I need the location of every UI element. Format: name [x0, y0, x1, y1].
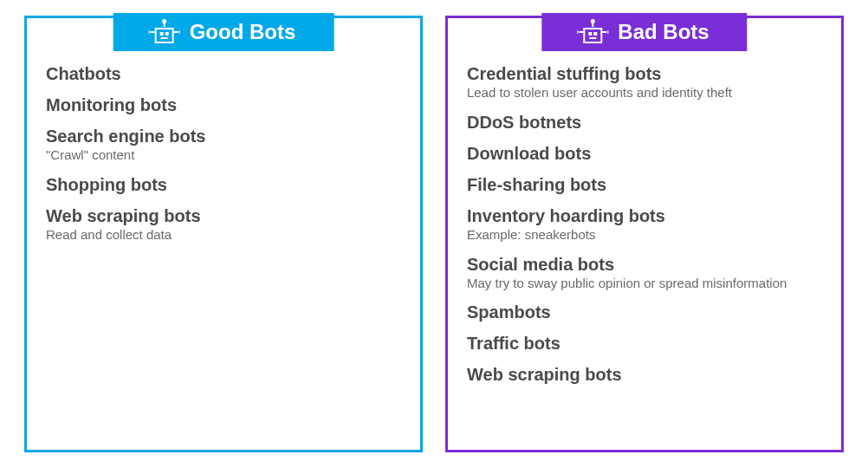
item-title: Search engine bots	[46, 126, 401, 146]
list-item: Web scraping bots	[467, 364, 822, 385]
list-item: Inventory hoarding bots Example: sneaker…	[467, 205, 822, 244]
bad-bots-list: Credential stuffing bots Lead to stolen …	[467, 63, 822, 385]
item-desc: Lead to stolen user accounts and identit…	[467, 85, 822, 101]
robot-icon	[152, 21, 178, 43]
good-bots-header: Good Bots	[113, 13, 334, 51]
item-desc: "Crawl" content	[46, 147, 401, 164]
good-bots-title: Good Bots	[190, 20, 296, 44]
item-desc: May try to sway public opinion or spread…	[467, 276, 822, 292]
bad-bots-panel: Bad Bots Credential stuffing bots Lead t…	[445, 16, 844, 452]
list-item: Download bots	[467, 143, 822, 164]
item-title: Web scraping bots	[46, 205, 401, 226]
list-item: Social media bots May try to sway public…	[467, 254, 822, 292]
item-title: Monitoring bots	[46, 94, 401, 115]
list-item: File-sharing bots	[467, 174, 822, 195]
list-item: Web scraping bots Read and collect data	[46, 205, 401, 244]
list-item: Spambots	[467, 302, 822, 322]
bad-bots-title: Bad Bots	[618, 20, 709, 44]
bad-bots-header: Bad Bots	[541, 13, 747, 51]
list-item: Monitoring bots	[46, 94, 401, 115]
item-title: Credential stuffing bots	[467, 63, 822, 84]
item-title: DDoS botnets	[467, 112, 822, 133]
list-item: Credential stuffing bots Lead to stolen …	[467, 63, 822, 101]
item-title: Inventory hoarding bots	[467, 205, 822, 226]
item-desc: Read and collect data	[46, 227, 401, 244]
item-title: Web scraping bots	[467, 364, 822, 385]
item-title: Shopping bots	[46, 174, 401, 195]
robot-icon	[580, 21, 606, 43]
item-title: File-sharing bots	[467, 174, 822, 195]
item-title: Chatbots	[46, 63, 401, 84]
good-bots-panel: Good Bots Chatbots Monitoring bots Searc…	[24, 16, 423, 452]
list-item: Shopping bots	[46, 174, 401, 195]
item-title: Traffic bots	[467, 333, 822, 354]
list-item: DDoS botnets	[467, 112, 822, 133]
list-item: Search engine bots "Crawl" content	[46, 126, 401, 164]
item-title: Download bots	[467, 143, 822, 164]
list-item: Traffic bots	[467, 333, 822, 354]
item-title: Spambots	[467, 302, 822, 322]
good-bots-list: Chatbots Monitoring bots Search engine b…	[46, 63, 401, 244]
item-title: Social media bots	[467, 254, 822, 275]
list-item: Chatbots	[46, 63, 401, 84]
item-desc: Example: sneakerbots	[467, 227, 822, 244]
